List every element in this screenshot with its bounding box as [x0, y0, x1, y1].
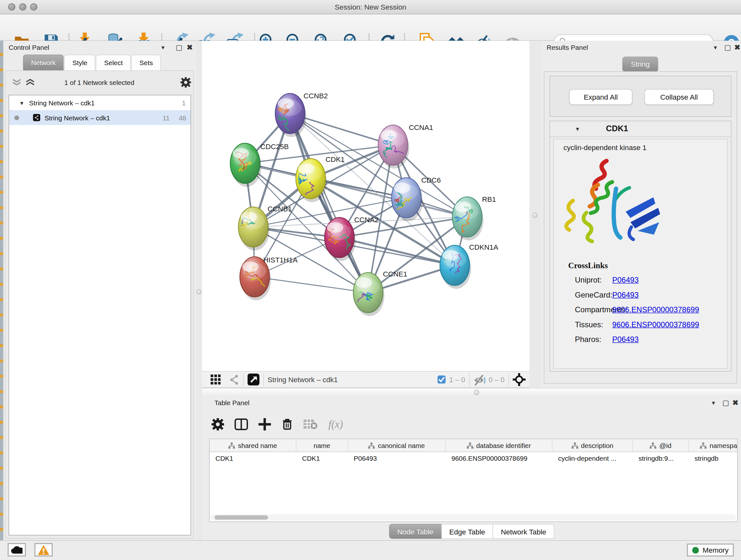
crosslink-link[interactable]: P06493: [612, 291, 639, 299]
crosslink-link[interactable]: 9606.ENSP00000378699: [612, 305, 699, 314]
grid-view-icon[interactable]: [211, 374, 221, 385]
show-columns-icon[interactable]: [234, 418, 248, 430]
node-CCNE1[interactable]: [352, 273, 384, 316]
splitter-handle[interactable]: [474, 390, 479, 395]
add-column-icon[interactable]: [259, 418, 271, 430]
gene-details: cyclin-dependent kinase 1: [553, 139, 728, 369]
tab-network[interactable]: Network: [23, 55, 64, 71]
crosslink-row: Compartments:9606.ENSP00000378699: [554, 302, 727, 317]
table-cell[interactable]: stringdb: [689, 452, 738, 464]
close-panel-icon[interactable]: ✖: [187, 43, 193, 52]
column-header-canonical-name[interactable]: canonical name: [348, 439, 446, 452]
memory-label: Memory: [703, 546, 729, 554]
crosslink-link[interactable]: P06493: [612, 275, 639, 284]
collection-count: 1: [182, 99, 186, 107]
node-label-CCNA1: CCNA1: [409, 124, 433, 132]
bottom-splitter[interactable]: [202, 388, 741, 396]
float-panel-icon[interactable]: ▢: [723, 398, 729, 407]
edge-CCNB2-CCNE1[interactable]: [290, 114, 368, 293]
gene-section-header[interactable]: ▼ CDK1: [550, 121, 731, 137]
crosslink-link[interactable]: P06493: [612, 335, 639, 344]
edge-HIST1H1A-CCNE1[interactable]: [255, 277, 368, 293]
network-graph[interactable]: CCNB2CCNA1CDC25BCDK1CDC6RB1CCNB1CCNA2CDK…: [202, 41, 529, 371]
view-indicator-icon: [14, 115, 19, 120]
tab-sets[interactable]: Sets: [131, 55, 161, 71]
table-cell[interactable]: stringdb:9...: [633, 452, 689, 464]
node-label-CDK1: CDK1: [326, 155, 345, 164]
table-settings-gear-icon[interactable]: [212, 418, 224, 430]
detach-view-icon[interactable]: [248, 374, 260, 386]
delete-column-icon[interactable]: [281, 418, 293, 431]
column-label: description: [581, 442, 613, 449]
network-canvas[interactable]: CCNB2CCNA1CDC25BCDK1CDC6RB1CCNB1CCNA2CDK…: [202, 41, 529, 371]
memory-ok-icon: [692, 547, 699, 553]
tab-node-table[interactable]: Node Table: [389, 524, 441, 539]
collection-expander-icon[interactable]: ▼: [19, 100, 24, 106]
tab-select[interactable]: Select: [96, 55, 131, 71]
right-splitter[interactable]: [529, 41, 541, 388]
table-row[interactable]: CDK1CDK1P064939606.ENSP00000378699cyclin…: [210, 452, 737, 464]
splitter-handle[interactable]: [196, 289, 202, 295]
close-panel-icon[interactable]: ✖: [732, 398, 738, 407]
network-view-name: String Network – cdk1: [268, 375, 338, 384]
horizontal-scrollbar[interactable]: [211, 514, 736, 521]
memory-button[interactable]: Memory: [687, 544, 734, 557]
edges-layer: [245, 114, 467, 293]
tab-style[interactable]: Style: [64, 55, 96, 71]
column-header-shared-name[interactable]: shared name: [210, 439, 296, 452]
cloud-icon: [11, 546, 23, 554]
section-expander-icon[interactable]: ▼: [575, 126, 580, 132]
close-panel-icon[interactable]: ✖: [734, 43, 740, 52]
table-cell[interactable]: 9606.ENSP00000378699: [446, 452, 553, 464]
table-panel: Table Panel ▼ ▢ ✖ f(x) shared namenameca…: [202, 396, 741, 541]
column-label: shared name: [238, 442, 277, 449]
column-header-namespace[interactable]: namespace: [689, 439, 738, 452]
node-label-HIST1H1A: HIST1H1A: [263, 256, 298, 264]
column-header-name[interactable]: name: [296, 439, 348, 452]
collection-label: String Network – cdk1: [29, 99, 94, 107]
table-cell[interactable]: CDK1: [210, 452, 296, 464]
share-view-icon[interactable]: [229, 374, 239, 385]
network-column-icon: [700, 442, 706, 449]
column-header-database-identifier[interactable]: database identifier: [446, 439, 553, 452]
tab-edge-table[interactable]: Edge Table: [441, 524, 493, 539]
node-CCNA2[interactable]: [325, 217, 356, 261]
selected-counts: 1 – 0: [449, 375, 465, 384]
network-row-selected[interactable]: String Network – cdk1 11 48: [9, 110, 191, 125]
table-cell[interactable]: P06493: [348, 452, 446, 464]
network-collection-row[interactable]: ▼ String Network – cdk1 1: [9, 96, 191, 111]
node-RB1[interactable]: [452, 197, 483, 241]
table-type-tabs: Node TableEdge TableNetwork Table: [202, 524, 741, 539]
expand-all-button[interactable]: Expand All: [569, 89, 632, 105]
crosslink-link[interactable]: 9606.ENSP00000378699: [612, 320, 699, 329]
node-CDKN1A[interactable]: [431, 245, 471, 289]
column-header--id[interactable]: @id: [633, 439, 689, 452]
tab-network-table[interactable]: Network Table: [493, 524, 554, 539]
scrollbar-thumb[interactable]: [214, 515, 268, 520]
splitter-handle[interactable]: [532, 212, 538, 218]
selected-checkbox-icon[interactable]: [437, 375, 446, 384]
network-selection-status: 1 of 1 Network selected: [5, 78, 194, 86]
cloud-status-button[interactable]: [8, 543, 26, 557]
float-panel-icon[interactable]: ▢: [724, 43, 731, 52]
node-CCNB2[interactable]: [274, 94, 307, 137]
application-window: Session: New Session ? Control: [0, 0, 741, 560]
table-cell[interactable]: CDK1: [296, 452, 348, 464]
gear-icon[interactable]: [181, 77, 191, 88]
table-cell[interactable]: cyclin-dependent ...: [552, 452, 633, 464]
collapse-all-button[interactable]: Collapse All: [644, 89, 714, 105]
panel-menu-icon[interactable]: ▼: [711, 400, 716, 406]
float-panel-icon[interactable]: ▢: [176, 43, 183, 52]
node-CDC6[interactable]: [386, 178, 422, 222]
birdseye-crosshair-icon[interactable]: [513, 373, 526, 386]
panel-menu-icon[interactable]: ▼: [160, 45, 165, 51]
column-header-description[interactable]: description: [552, 439, 633, 452]
separator: [243, 373, 244, 386]
panel-menu-icon[interactable]: ▼: [713, 45, 718, 51]
control-panel-tabs: NetworkStyleSelectSets: [23, 55, 161, 71]
warning-status-button[interactable]: [35, 543, 53, 557]
left-splitter[interactable]: [196, 41, 202, 541]
edge-count: 48: [179, 114, 186, 121]
tab-string[interactable]: String: [622, 57, 658, 72]
node-CCNB1[interactable]: [236, 207, 270, 251]
